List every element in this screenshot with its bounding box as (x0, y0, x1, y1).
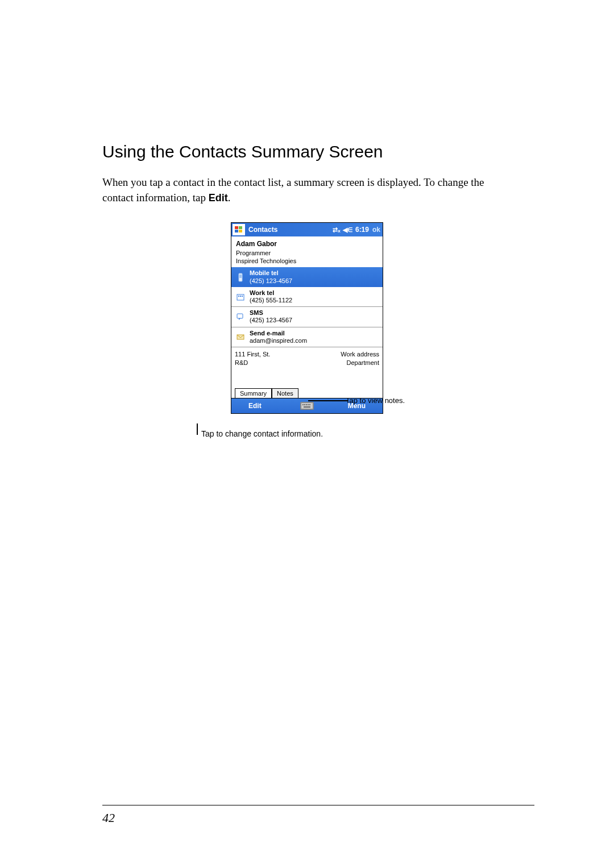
svg-rect-13 (302, 404, 304, 405)
svg-rect-16 (308, 404, 309, 405)
row-label: Send e-mail (250, 330, 307, 337)
svg-rect-14 (304, 404, 305, 405)
tab-summary[interactable]: Summary (235, 388, 272, 398)
callout-edit: Tap to change contact information. (197, 429, 323, 441)
contact-header: Adam Gabor Programmer Inspired Technolog… (231, 236, 383, 267)
callout-line (308, 400, 348, 401)
row-value: (425) 123-4567 (250, 277, 292, 285)
svg-rect-15 (306, 404, 307, 405)
svg-rect-2 (235, 230, 238, 232)
start-flag-icon (233, 224, 245, 235)
keyboard-icon[interactable] (300, 402, 314, 410)
work-icon (235, 291, 246, 302)
department-line: R&D Department (235, 359, 379, 366)
signal-icon: ⇄ₓ (333, 226, 341, 234)
body-paragraph: When you tap a contact in the contact li… (102, 175, 512, 205)
callout-notes: Tap to view notes. (346, 396, 405, 405)
contact-row-work[interactable]: Work tel (425) 555-1122 (231, 287, 383, 307)
row-value: (425) 123-4567 (250, 317, 292, 324)
svg-rect-18 (304, 406, 310, 408)
volume-icon: ◀∈ (343, 226, 353, 234)
callout-notes-text: Tap to view notes. (346, 396, 405, 405)
svg-rect-7 (238, 296, 239, 297)
contact-title: Programmer (236, 249, 378, 257)
footer-rule (102, 805, 534, 805)
row-value: (425) 555-1122 (250, 297, 292, 304)
body-text-post: . (228, 192, 231, 203)
svg-rect-10 (237, 314, 243, 318)
body-text-bold: Edit (209, 192, 228, 203)
svg-rect-9 (242, 296, 243, 297)
tabs-row: Summary Notes (231, 371, 383, 398)
clock: 6:19 (355, 226, 369, 234)
sms-icon (235, 311, 246, 322)
svg-rect-3 (239, 230, 242, 232)
mobile-icon (235, 272, 246, 283)
page-number: 42 (102, 811, 115, 825)
row-value: adam@inspired.com (250, 337, 307, 344)
address-block: 111 First, St. Work address R&D Departme… (231, 347, 383, 371)
contact-company: Inspired Technologies (236, 257, 378, 265)
contact-row-sms[interactable]: SMS (425) 123-4567 (231, 307, 383, 327)
svg-rect-6 (237, 294, 244, 300)
address-value: 111 First, St. (235, 351, 270, 358)
department-value: R&D (235, 359, 248, 366)
svg-rect-0 (235, 226, 238, 229)
section-heading: Using the Contacts Summary Screen (102, 142, 512, 161)
contact-row-mobile[interactable]: Mobile tel (425) 123-4567 (231, 267, 383, 286)
screenshot-area: Contacts ⇄ₓ ◀∈ 6:19 ok Adam Gabor Progra… (102, 222, 512, 414)
edit-softkey[interactable]: Edit (248, 402, 262, 410)
row-label: Work tel (250, 289, 292, 297)
device-screenshot: Contacts ⇄ₓ ◀∈ 6:19 ok Adam Gabor Progra… (231, 222, 383, 414)
ok-button[interactable]: ok (372, 226, 380, 234)
email-icon (235, 331, 246, 343)
row-label: Mobile tel (250, 269, 292, 277)
callout-line (197, 423, 198, 435)
status-icons: ⇄ₓ ◀∈ 6:19 ok (333, 226, 383, 234)
svg-rect-17 (309, 404, 310, 405)
app-title: Contacts (246, 226, 333, 234)
svg-rect-12 (301, 403, 313, 409)
contact-name: Adam Gabor (236, 240, 378, 249)
address-label: Work address (341, 351, 379, 358)
address-line: 111 First, St. Work address (235, 351, 379, 358)
tab-notes[interactable]: Notes (272, 388, 298, 398)
row-label: SMS (250, 309, 292, 317)
callout-edit-text: Tap to change contact information. (201, 429, 323, 438)
svg-rect-1 (239, 226, 242, 229)
svg-rect-8 (240, 296, 241, 297)
body-text-pre: When you tap a contact in the contact li… (102, 176, 484, 203)
department-label: Department (347, 359, 379, 366)
svg-rect-5 (239, 275, 242, 278)
contact-row-email[interactable]: Send e-mail adam@inspired.com (231, 327, 383, 347)
title-bar: Contacts ⇄ₓ ◀∈ 6:19 ok (231, 223, 383, 236)
